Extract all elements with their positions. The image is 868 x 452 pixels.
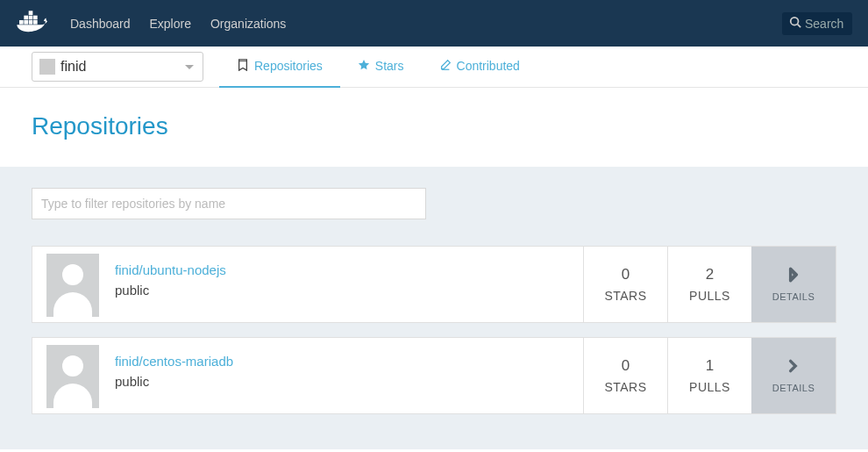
details-button[interactable]: DETAILS	[751, 247, 836, 322]
pulls-label: PULLS	[689, 289, 730, 303]
docker-logo-icon[interactable]	[16, 11, 51, 37]
chevron-right-icon	[786, 267, 801, 291]
pulls-stat: 2 PULLS	[667, 247, 751, 322]
search-icon	[789, 16, 805, 32]
user-dropdown[interactable]: finid	[32, 52, 203, 82]
repo-card: finid/ubuntu-nodejs public 0 STARS 2 PUL…	[32, 246, 836, 323]
search-box[interactable]	[782, 12, 852, 35]
pulls-label: PULLS	[689, 380, 730, 394]
pulls-stat: 1 PULLS	[667, 338, 751, 413]
top-navbar: Dashboard Explore Organizations	[0, 0, 868, 47]
svg-point-8	[791, 17, 799, 25]
repo-info: finid/centos-mariadb public	[99, 338, 583, 413]
tab-stars[interactable]: Stars	[340, 47, 422, 88]
details-label: DETAILS	[772, 291, 815, 302]
tab-contributed[interactable]: Contributed	[422, 47, 537, 88]
chevron-down-icon	[185, 65, 194, 69]
nav-explore[interactable]: Explore	[150, 17, 191, 31]
nav-dashboard[interactable]: Dashboard	[70, 17, 131, 31]
repo-name-link[interactable]: finid/ubuntu-nodejs	[115, 262, 567, 277]
repo-info: finid/ubuntu-nodejs public	[99, 247, 583, 322]
svg-rect-1	[24, 20, 28, 25]
navbar-left: Dashboard Explore Organizations	[16, 11, 286, 37]
repo-card: finid/centos-mariadb public 0 STARS 1 PU…	[32, 337, 836, 414]
sub-navbar: finid Repositories Stars Contributed	[0, 47, 868, 88]
stars-count: 0	[622, 266, 630, 283]
pulls-count: 2	[706, 266, 714, 283]
tab-stars-label: Stars	[375, 59, 404, 73]
svg-rect-3	[33, 20, 38, 25]
svg-rect-2	[29, 20, 33, 25]
avatar-icon	[46, 345, 99, 408]
avatar-icon	[46, 254, 99, 317]
svg-rect-6	[33, 15, 38, 19]
svg-rect-4	[24, 15, 28, 19]
svg-line-9	[798, 24, 801, 27]
nav-organizations[interactable]: Organizations	[210, 17, 286, 31]
pulls-count: 1	[706, 357, 714, 375]
stars-stat: 0 STARS	[583, 338, 667, 413]
stars-label: STARS	[604, 289, 646, 303]
repo-visibility: public	[115, 283, 567, 298]
stars-label: STARS	[604, 380, 646, 394]
filter-input[interactable]	[32, 188, 426, 219]
star-icon	[358, 59, 370, 74]
stars-stat: 0 STARS	[583, 247, 667, 322]
tab-contributed-label: Contributed	[457, 59, 520, 73]
tab-repositories-label: Repositories	[254, 59, 323, 73]
stars-count: 0	[622, 357, 630, 375]
page-title: Repositories	[0, 88, 868, 167]
search-input[interactable]	[805, 17, 849, 31]
details-label: DETAILS	[772, 383, 815, 393]
svg-rect-0	[19, 20, 24, 25]
edit-icon	[439, 59, 452, 74]
user-name: finid	[60, 59, 86, 75]
chevron-right-icon	[786, 358, 801, 383]
svg-rect-7	[29, 11, 33, 15]
details-button[interactable]: DETAILS	[751, 338, 836, 413]
repo-list: finid/ubuntu-nodejs public 0 STARS 2 PUL…	[32, 246, 836, 414]
svg-rect-5	[29, 15, 33, 19]
tab-repositories[interactable]: Repositories	[219, 47, 340, 88]
user-avatar-icon	[39, 59, 55, 75]
book-icon	[237, 59, 249, 74]
content-area: finid/ubuntu-nodejs public 0 STARS 2 PUL…	[0, 167, 868, 449]
repo-name-link[interactable]: finid/centos-mariadb	[115, 354, 567, 369]
repo-visibility: public	[115, 374, 567, 389]
